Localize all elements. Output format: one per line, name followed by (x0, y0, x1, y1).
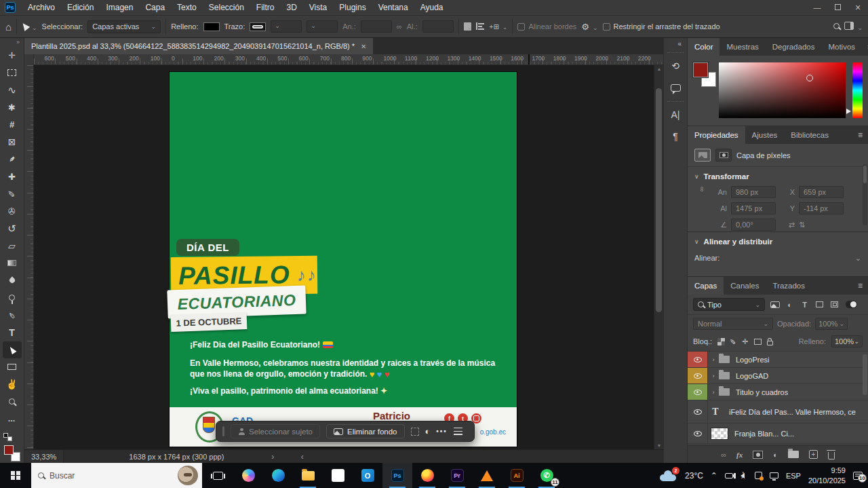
menu-seleccion[interactable]: Selección (203, 3, 250, 12)
tool-lasso[interactable] (3, 81, 22, 99)
document-tab[interactable]: Plantilla 2025.psd al 33,3% (504664122_5… (24, 38, 373, 54)
tool-path-selection[interactable] (3, 341, 22, 359)
tool-crop[interactable] (3, 116, 22, 134)
expand-panels-icon[interactable]: « (677, 38, 687, 48)
stroke-swatch[interactable] (250, 22, 266, 31)
delete-layer-icon[interactable] (828, 452, 835, 459)
taskbar-outlook[interactable]: O (353, 463, 382, 488)
new-group-icon[interactable] (788, 451, 799, 458)
lock-transparency-icon[interactable] (717, 338, 725, 345)
panel-scrollbar[interactable] (863, 164, 867, 225)
action-center-icon[interactable] (755, 472, 762, 479)
gear-icon[interactable]: ⚙ (581, 22, 597, 32)
expand-group-icon[interactable]: › (708, 389, 719, 396)
layer-row-text[interactable]: T iFeliz Día del Pas... Valle Hermoso, c… (688, 400, 868, 424)
layers-scrollbar[interactable] (863, 354, 867, 395)
tool-rectangle[interactable] (3, 358, 22, 376)
more-options-icon[interactable]: ••• (436, 428, 448, 435)
taskbar-clock[interactable]: 9:59 20/10/2025 (808, 466, 846, 485)
transform-icon[interactable] (411, 428, 419, 436)
canvas-pasteboard[interactable]: DÍA DEL PASILLO ♪♪ ECUATORIANO 1 DE OCTU… (34, 65, 654, 449)
tool-gradient[interactable] (3, 255, 22, 272)
constrain-path-checkbox[interactable]: Restringir el arrastre del trazado (603, 22, 720, 31)
swap-colors-icon[interactable] (3, 433, 12, 441)
path-arrangement-icon[interactable]: +⊞ (490, 23, 508, 31)
remove-background-button[interactable]: Eliminar fondo (326, 424, 405, 438)
tab-color[interactable]: Color (688, 38, 719, 56)
path-operations-icon[interactable] (464, 22, 471, 31)
layer-row-logogad[interactable]: › LogoGAD (688, 368, 868, 384)
filter-adjustment-layers-icon[interactable]: ◐ (785, 301, 795, 309)
color-picker-ring-icon[interactable] (806, 75, 813, 81)
tool-dodge[interactable] (3, 289, 22, 307)
transform-section-header[interactable]: ∨ Transformar (688, 167, 868, 185)
tool-type[interactable] (3, 324, 22, 341)
workspace-switcher-icon[interactable] (844, 22, 863, 31)
menu-ventana[interactable]: Ventana (372, 3, 414, 12)
panel-menu-icon[interactable]: ≡ (852, 126, 868, 144)
taskbar-file-explorer[interactable] (293, 463, 323, 488)
foreground-color-swatch[interactable] (693, 62, 708, 77)
stroke-width-field[interactable] (271, 20, 302, 33)
link-layers-icon[interactable]: ∞ (721, 451, 726, 459)
tool-quick-selection[interactable] (3, 99, 22, 117)
comments-panel-icon[interactable] (667, 79, 684, 96)
toolbar-collapse-icon[interactable]: » (16, 39, 24, 47)
add-mask-icon[interactable] (753, 451, 763, 459)
lock-position-icon[interactable] (742, 338, 748, 345)
layer-row-logopresi[interactable]: › LogoPresi (688, 352, 868, 368)
fill-field[interactable]: 100%⌄ (831, 335, 863, 348)
tool-brush[interactable] (3, 185, 22, 203)
meet-now-icon[interactable] (725, 473, 733, 478)
filter-shape-layers-icon[interactable] (814, 301, 825, 307)
mask-button[interactable] (715, 149, 732, 162)
flip-vertical-icon[interactable]: ⇅ (799, 221, 844, 229)
tool-healing-brush[interactable] (3, 168, 22, 186)
filter-type-layers-icon[interactable]: T (800, 301, 810, 309)
tab-muestras[interactable]: Muestras (719, 38, 765, 56)
tool-more[interactable] (3, 411, 22, 428)
horizontal-ruler[interactable]: 6005004003002001000100200300400500600700… (24, 54, 663, 65)
height-field[interactable]: 1475 px (731, 202, 776, 214)
contextual-task-bar[interactable]: Seleccionar sujeto Eliminar fondo ◐ ••• (216, 421, 475, 442)
panel-menu-icon[interactable]: ≡ (862, 38, 868, 56)
history-panel-icon[interactable]: ⟲ (667, 57, 684, 75)
search-icon[interactable] (833, 22, 840, 31)
select-subject-button[interactable]: Seleccionar sujeto (231, 424, 320, 438)
scrollbar-thumb[interactable] (656, 88, 662, 312)
poster-canvas[interactable]: DÍA DEL PASILLO ♪♪ ECUATORIANO 1 DE OCTU… (170, 72, 517, 447)
tool-eraser[interactable] (3, 238, 22, 255)
taskbar-whatsapp[interactable]: ✆ 11 (532, 463, 561, 488)
flip-horizontal-icon[interactable]: ⇄ (780, 221, 795, 229)
tool-move[interactable] (3, 47, 22, 64)
align-section-header[interactable]: ∨ Alinear y distribuir (694, 238, 861, 248)
width-field[interactable]: 980 px (731, 186, 776, 198)
taskbar-edge[interactable] (263, 463, 293, 488)
color-spectrum-picker[interactable] (719, 62, 846, 118)
layer-row-franja[interactable]: Franja Blan... Ci... (688, 424, 868, 444)
hue-slider[interactable] (852, 62, 863, 118)
close-button[interactable]: ✕ (848, 3, 868, 12)
lock-pixels-icon[interactable] (730, 338, 736, 345)
filter-toggle[interactable] (846, 301, 857, 308)
menu-imagen[interactable]: Imagen (100, 3, 139, 12)
layer-style-icon[interactable]: fx (736, 451, 743, 459)
status-arrows[interactable]: › ‹ (271, 452, 315, 462)
panel-menu-icon[interactable]: ≡ (852, 277, 868, 295)
tab-ajustes[interactable]: Ajustes (745, 126, 785, 144)
link-dimensions-icon[interactable]: ∞ (397, 22, 402, 31)
tool-pen[interactable] (3, 307, 22, 324)
tool-marquee[interactable] (3, 64, 22, 82)
path-alignment-icon[interactable] (476, 22, 485, 31)
home-icon[interactable]: ⌂ (5, 21, 12, 33)
taskbar-vlc[interactable] (472, 463, 502, 488)
vertical-scrollbar[interactable]: ▲ ▼ (654, 65, 663, 449)
weather-icon[interactable]: 2 (660, 470, 677, 482)
menu-plugins[interactable]: Plugins (333, 3, 372, 12)
lock-artboard-icon[interactable] (754, 339, 762, 345)
character-panel-icon[interactable]: A| (667, 106, 684, 124)
angle-field[interactable]: 0,00° (731, 219, 776, 231)
tab-motivos[interactable]: Motivos (821, 38, 862, 56)
menu-filtro[interactable]: Filtro (250, 3, 281, 12)
tool-frame[interactable] (3, 134, 22, 151)
